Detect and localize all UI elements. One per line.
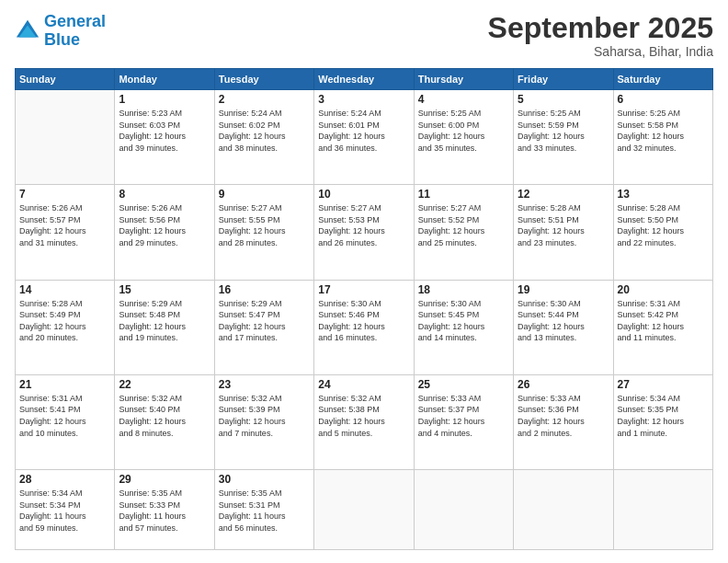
day-number: 18 bbox=[418, 283, 509, 296]
table-row: 13Sunrise: 5:28 AM Sunset: 5:50 PM Dayli… bbox=[613, 185, 712, 280]
table-row: 22Sunrise: 5:32 AM Sunset: 5:40 PM Dayli… bbox=[115, 374, 214, 469]
day-number: 25 bbox=[418, 378, 509, 391]
day-number: 4 bbox=[418, 93, 509, 106]
table-row: 30Sunrise: 5:35 AM Sunset: 5:31 PM Dayli… bbox=[214, 470, 313, 550]
day-number: 14 bbox=[19, 283, 110, 296]
table-row: 2Sunrise: 5:24 AM Sunset: 6:02 PM Daylig… bbox=[214, 90, 313, 185]
page: General Blue September 2025 Saharsa, Bih… bbox=[0, 0, 728, 563]
table-row: 28Sunrise: 5:34 AM Sunset: 5:34 PM Dayli… bbox=[16, 470, 115, 550]
day-number: 28 bbox=[19, 473, 110, 486]
location: Saharsa, Bihar, India bbox=[488, 44, 713, 59]
table-row: 4Sunrise: 5:25 AM Sunset: 6:00 PM Daylig… bbox=[414, 90, 513, 185]
day-number: 27 bbox=[618, 378, 709, 391]
col-friday: Friday bbox=[514, 69, 613, 90]
day-number: 15 bbox=[119, 283, 210, 296]
table-row: 18Sunrise: 5:30 AM Sunset: 5:45 PM Dayli… bbox=[414, 280, 513, 374]
month-title: September 2025 bbox=[488, 13, 713, 42]
day-info: Sunrise: 5:29 AM Sunset: 5:48 PM Dayligh… bbox=[119, 298, 210, 344]
table-row bbox=[613, 470, 712, 550]
day-info: Sunrise: 5:30 AM Sunset: 5:46 PM Dayligh… bbox=[318, 298, 409, 344]
table-row: 25Sunrise: 5:33 AM Sunset: 5:37 PM Dayli… bbox=[414, 374, 513, 469]
col-monday: Monday bbox=[115, 69, 214, 90]
day-info: Sunrise: 5:26 AM Sunset: 5:56 PM Dayligh… bbox=[119, 202, 210, 248]
day-info: Sunrise: 5:23 AM Sunset: 6:03 PM Dayligh… bbox=[119, 108, 210, 154]
table-row: 10Sunrise: 5:27 AM Sunset: 5:53 PM Dayli… bbox=[314, 185, 414, 280]
logo-text: General Blue bbox=[44, 13, 106, 50]
day-info: Sunrise: 5:34 AM Sunset: 5:34 PM Dayligh… bbox=[19, 488, 110, 534]
day-number: 21 bbox=[19, 378, 110, 391]
day-number: 3 bbox=[318, 93, 409, 106]
calendar-header-row: Sunday Monday Tuesday Wednesday Thursday… bbox=[16, 69, 713, 90]
day-number: 23 bbox=[219, 378, 310, 391]
table-row: 5Sunrise: 5:25 AM Sunset: 5:59 PM Daylig… bbox=[514, 90, 613, 185]
table-row bbox=[514, 470, 613, 550]
day-number: 11 bbox=[418, 188, 509, 201]
day-number: 16 bbox=[219, 283, 310, 296]
logo-line1: General bbox=[44, 12, 106, 30]
day-info: Sunrise: 5:27 AM Sunset: 5:55 PM Dayligh… bbox=[219, 202, 310, 248]
table-row: 26Sunrise: 5:33 AM Sunset: 5:36 PM Dayli… bbox=[514, 374, 613, 469]
day-info: Sunrise: 5:27 AM Sunset: 5:53 PM Dayligh… bbox=[318, 202, 409, 248]
table-row: 24Sunrise: 5:32 AM Sunset: 5:38 PM Dayli… bbox=[314, 374, 414, 469]
table-row: 9Sunrise: 5:27 AM Sunset: 5:55 PM Daylig… bbox=[214, 185, 313, 280]
day-info: Sunrise: 5:33 AM Sunset: 5:36 PM Dayligh… bbox=[518, 393, 609, 439]
header: General Blue September 2025 Saharsa, Bih… bbox=[15, 13, 713, 59]
day-info: Sunrise: 5:30 AM Sunset: 5:44 PM Dayligh… bbox=[518, 298, 609, 344]
day-number: 13 bbox=[618, 188, 709, 201]
logo: General Blue bbox=[15, 13, 106, 50]
day-number: 1 bbox=[119, 93, 210, 106]
day-info: Sunrise: 5:33 AM Sunset: 5:37 PM Dayligh… bbox=[418, 393, 509, 439]
day-number: 2 bbox=[219, 93, 310, 106]
title-section: September 2025 Saharsa, Bihar, India bbox=[488, 13, 713, 59]
table-row: 20Sunrise: 5:31 AM Sunset: 5:42 PM Dayli… bbox=[613, 280, 712, 374]
day-info: Sunrise: 5:32 AM Sunset: 5:39 PM Dayligh… bbox=[219, 393, 310, 439]
table-row: 27Sunrise: 5:34 AM Sunset: 5:35 PM Dayli… bbox=[613, 374, 712, 469]
col-sunday: Sunday bbox=[16, 69, 115, 90]
day-number: 10 bbox=[318, 188, 409, 201]
table-row: 15Sunrise: 5:29 AM Sunset: 5:48 PM Dayli… bbox=[115, 280, 214, 374]
day-info: Sunrise: 5:31 AM Sunset: 5:42 PM Dayligh… bbox=[618, 298, 709, 344]
table-row: 16Sunrise: 5:29 AM Sunset: 5:47 PM Dayli… bbox=[214, 280, 313, 374]
table-row: 11Sunrise: 5:27 AM Sunset: 5:52 PM Dayli… bbox=[414, 185, 513, 280]
table-row: 17Sunrise: 5:30 AM Sunset: 5:46 PM Dayli… bbox=[314, 280, 414, 374]
table-row: 3Sunrise: 5:24 AM Sunset: 6:01 PM Daylig… bbox=[314, 90, 414, 185]
day-number: 9 bbox=[219, 188, 310, 201]
table-row: 8Sunrise: 5:26 AM Sunset: 5:56 PM Daylig… bbox=[115, 185, 214, 280]
day-info: Sunrise: 5:24 AM Sunset: 6:02 PM Dayligh… bbox=[219, 108, 310, 154]
day-number: 29 bbox=[119, 473, 210, 486]
day-info: Sunrise: 5:32 AM Sunset: 5:40 PM Dayligh… bbox=[119, 393, 210, 439]
day-number: 5 bbox=[518, 93, 609, 106]
day-info: Sunrise: 5:35 AM Sunset: 5:33 PM Dayligh… bbox=[119, 488, 210, 534]
col-thursday: Thursday bbox=[414, 69, 513, 90]
day-number: 6 bbox=[618, 93, 709, 106]
day-info: Sunrise: 5:28 AM Sunset: 5:50 PM Dayligh… bbox=[618, 202, 709, 248]
day-info: Sunrise: 5:25 AM Sunset: 5:58 PM Dayligh… bbox=[618, 108, 709, 154]
table-row: 7Sunrise: 5:26 AM Sunset: 5:57 PM Daylig… bbox=[16, 185, 115, 280]
table-row: 23Sunrise: 5:32 AM Sunset: 5:39 PM Dayli… bbox=[214, 374, 313, 469]
day-info: Sunrise: 5:28 AM Sunset: 5:51 PM Dayligh… bbox=[518, 202, 609, 248]
day-info: Sunrise: 5:25 AM Sunset: 5:59 PM Dayligh… bbox=[518, 108, 609, 154]
table-row: 12Sunrise: 5:28 AM Sunset: 5:51 PM Dayli… bbox=[514, 185, 613, 280]
col-saturday: Saturday bbox=[613, 69, 712, 90]
table-row bbox=[314, 470, 414, 550]
day-info: Sunrise: 5:30 AM Sunset: 5:45 PM Dayligh… bbox=[418, 298, 509, 344]
logo-icon bbox=[15, 18, 40, 44]
day-number: 26 bbox=[518, 378, 609, 391]
day-info: Sunrise: 5:31 AM Sunset: 5:41 PM Dayligh… bbox=[19, 393, 110, 439]
day-number: 12 bbox=[518, 188, 609, 201]
table-row bbox=[414, 470, 513, 550]
table-row: 1Sunrise: 5:23 AM Sunset: 6:03 PM Daylig… bbox=[115, 90, 214, 185]
table-row: 21Sunrise: 5:31 AM Sunset: 5:41 PM Dayli… bbox=[16, 374, 115, 469]
day-info: Sunrise: 5:25 AM Sunset: 6:00 PM Dayligh… bbox=[418, 108, 509, 154]
day-number: 22 bbox=[119, 378, 210, 391]
day-number: 24 bbox=[318, 378, 409, 391]
table-row bbox=[16, 90, 115, 185]
col-wednesday: Wednesday bbox=[314, 69, 414, 90]
day-number: 19 bbox=[518, 283, 609, 296]
day-info: Sunrise: 5:34 AM Sunset: 5:35 PM Dayligh… bbox=[618, 393, 709, 439]
table-row: 6Sunrise: 5:25 AM Sunset: 5:58 PM Daylig… bbox=[613, 90, 712, 185]
day-info: Sunrise: 5:24 AM Sunset: 6:01 PM Dayligh… bbox=[318, 108, 409, 154]
calendar-table: Sunday Monday Tuesday Wednesday Thursday… bbox=[15, 68, 713, 550]
day-info: Sunrise: 5:29 AM Sunset: 5:47 PM Dayligh… bbox=[219, 298, 310, 344]
day-info: Sunrise: 5:27 AM Sunset: 5:52 PM Dayligh… bbox=[418, 202, 509, 248]
